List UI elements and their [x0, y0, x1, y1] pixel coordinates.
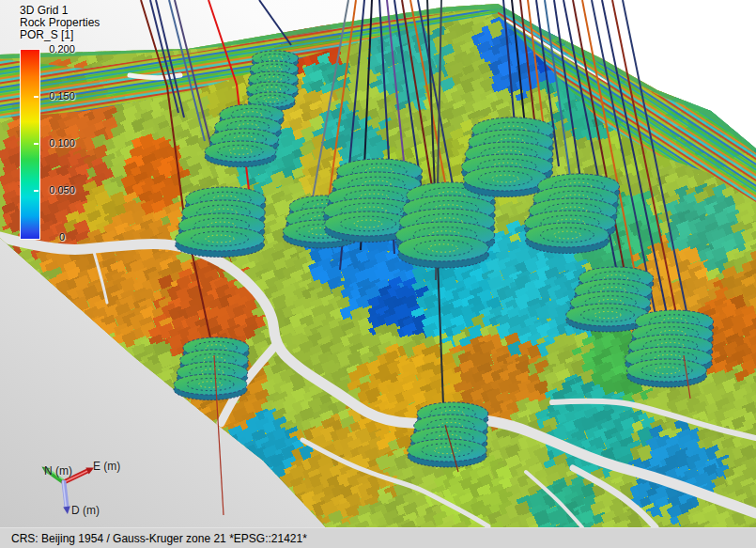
colorbar-tick-mark: [34, 96, 39, 98]
property-name-label: POR_S [1]: [20, 29, 100, 41]
north-axis-label: N (m): [44, 464, 72, 478]
3d-window: 3D Grid 1 Rock Properties POR_S [1] 0.20…: [0, 0, 756, 548]
colorbar-tick-label: 0.150: [43, 90, 81, 102]
status-bar: CRS: Beijing 1954 / Gauss-Kruger zone 21…: [0, 527, 756, 548]
depth-axis-label: D (m): [71, 504, 100, 517]
crs-status-text: CRS: Beijing 1954 / Gauss-Kruger zone 21…: [11, 532, 307, 545]
3d-viewport[interactable]: 3D Grid 1 Rock Properties POR_S [1] 0.20…: [0, 0, 756, 527]
colorbar: [20, 49, 40, 240]
colorbar-tick-label: 0.100: [43, 137, 81, 149]
colorbar-tick-mark: [34, 190, 39, 192]
axis-triad: N (m) E (m) D (m): [0, 432, 160, 527]
colorbar-tick-label: 0.200: [43, 43, 81, 55]
property-legend: 3D Grid 1 Rock Properties POR_S [1]: [20, 5, 100, 41]
colorbar-tick-mark: [34, 143, 39, 145]
colorbar-tick-label: 0.050: [43, 184, 81, 196]
east-axis-label: E (m): [93, 460, 120, 473]
colorbar-tick-label: 0: [43, 231, 81, 243]
